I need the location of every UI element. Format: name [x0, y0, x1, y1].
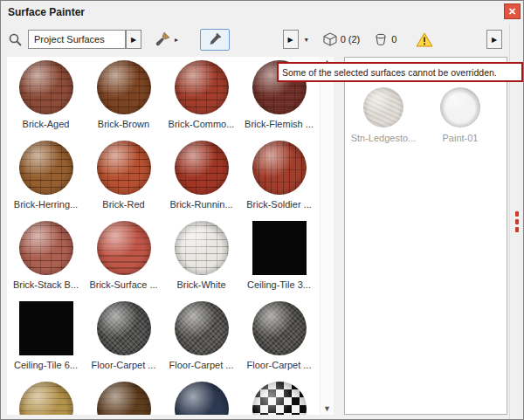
surface-painter-window: Surface Painter ✕ Project Surfaces ▶ [0, 0, 524, 420]
material-swatch [19, 221, 73, 275]
toolbar: Project Surfaces ▶ ▸ [1, 24, 509, 55]
override-material-label: Stn-Ledgesto... [351, 133, 417, 143]
material-swatch [175, 141, 229, 195]
material-label: Brick-Red [102, 199, 144, 210]
material-label: Brick-Flemish ... [245, 119, 314, 129]
material-item[interactable]: Brick-Soldier ... [240, 137, 318, 217]
material-item[interactable]: Brick-Commo... [162, 57, 240, 137]
material-label: Brick-Stack B... [13, 279, 79, 290]
paint-tool-dropdown-icon[interactable]: ▸ [174, 36, 179, 44]
material-swatch [363, 87, 403, 127]
surface-set-combo[interactable]: Project Surfaces ▶ [28, 30, 141, 49]
material-label: Brick-Aged [23, 119, 70, 129]
painted-count-text: 0 [391, 34, 396, 45]
materials-scrollbar[interactable]: ▲ ▼ [321, 57, 334, 415]
material-item[interactable]: Brick-Aged [7, 57, 85, 137]
material-swatch [97, 301, 151, 355]
material-swatch [252, 301, 307, 355]
material-item[interactable]: Floor-Carpet ... [162, 298, 240, 378]
material-swatch [252, 141, 307, 195]
material-item[interactable] [7, 378, 85, 415]
list-options-dropdown[interactable]: ▾ [304, 36, 309, 44]
material-item[interactable] [240, 378, 318, 415]
material-label: Floor-Carpet ... [169, 360, 234, 370]
material-swatch [97, 60, 151, 114]
material-item[interactable] [162, 378, 240, 415]
palette-grip-dot [515, 211, 519, 217]
material-item[interactable]: Paint-01 [422, 84, 499, 159]
material-label: Floor-Carpet ... [92, 360, 156, 370]
right-arrow-icon: ▶ [492, 36, 497, 44]
material-label: Brick-Herring... [14, 199, 78, 210]
override-surfaces-panel: Stn-Ledgesto...Paint-01 [344, 57, 507, 415]
scroll-down-icon[interactable]: ▼ [323, 405, 331, 413]
material-item[interactable]: Brick-Stack B... [7, 217, 85, 298]
right-arrow-icon: ▶ [288, 36, 293, 44]
materials-grid: Brick-AgedBrick-BrownBrick-Commo...Brick… [7, 57, 320, 415]
material-swatch [97, 382, 151, 415]
material-item[interactable]: Brick-Surface ... [85, 217, 162, 298]
material-swatch [175, 60, 229, 114]
material-item[interactable]: Brick-Red [85, 137, 162, 217]
surface-set-dropdown-button[interactable]: ▶ [126, 30, 141, 49]
material-label: Ceiling-Tile 6... [14, 360, 78, 370]
material-item[interactable]: Brick-Runnin... [162, 137, 240, 217]
material-swatch [19, 382, 73, 415]
window-title: Surface Painter [8, 6, 85, 18]
paint-brush-icon [154, 31, 170, 47]
material-item[interactable]: Stn-Ledgesto... [345, 84, 422, 159]
material-swatch [440, 87, 480, 127]
material-label: Ceiling-Tile 3... [247, 279, 311, 290]
expand-left-panel-button[interactable]: ▶ [283, 30, 299, 49]
surface-set-value[interactable]: Project Surfaces [28, 30, 126, 49]
material-item[interactable]: Brick-Brown [85, 57, 162, 137]
painted-surfaces-counter: 0 [374, 33, 396, 46]
material-swatch [97, 141, 151, 195]
palette-grip-dot [515, 219, 519, 224]
material-item[interactable]: Ceiling-Tile 3... [240, 217, 318, 298]
cannot-override-tooltip: Some of the selected surfaces cannot be … [277, 62, 523, 82]
material-swatch [175, 301, 229, 355]
cube-icon [323, 32, 337, 46]
material-item[interactable]: Floor-Carpet ... [240, 298, 318, 378]
material-swatch [175, 221, 229, 275]
material-swatch [175, 382, 229, 415]
search-icon [8, 32, 23, 47]
material-swatch [19, 60, 73, 114]
material-swatch [252, 382, 307, 415]
close-icon: ✕ [508, 6, 516, 17]
titlebar[interactable]: Surface Painter [1, 1, 523, 24]
material-swatch [252, 221, 307, 275]
material-label: Brick-Commo... [169, 119, 235, 129]
material-item[interactable]: Brick-Herring... [7, 137, 85, 217]
warning-icon[interactable] [416, 32, 433, 47]
material-label: Brick-Soldier ... [246, 199, 312, 210]
material-label: Brick-White [176, 279, 225, 290]
material-label: Floor-Carpet ... [247, 360, 312, 370]
expand-right-panel-button[interactable]: ▶ [486, 30, 502, 49]
material-label: Brick-Brown [98, 119, 149, 129]
material-item[interactable]: Brick-White [162, 217, 240, 298]
paint-bucket-icon [374, 33, 388, 46]
override-material-label: Paint-01 [443, 133, 479, 143]
paint-tool-button[interactable]: ▸ [154, 31, 179, 47]
eyedropper-icon [208, 32, 222, 46]
right-arrow-icon: ▶ [131, 36, 136, 44]
pick-surface-button[interactable] [200, 29, 230, 51]
material-label: Brick-Surface ... [89, 279, 157, 290]
materials-grid-wrap: Brick-AgedBrick-BrownBrick-Commo...Brick… [7, 57, 320, 415]
selected-elements-counter: 0 (2) [323, 32, 361, 46]
material-item[interactable]: Ceiling-Tile 6... [7, 298, 85, 378]
palette-grip-dot [515, 227, 519, 232]
material-item[interactable]: Floor-Carpet ... [85, 298, 162, 378]
palette-dock-strip[interactable] [509, 24, 523, 419]
material-swatch [19, 141, 73, 195]
material-label: Brick-Runnin... [169, 199, 232, 210]
material-item[interactable] [85, 378, 162, 415]
material-swatch [97, 221, 151, 275]
close-button[interactable]: ✕ [504, 3, 521, 19]
tooltip-text: Some of the selected surfaces cannot be … [282, 67, 497, 78]
material-swatch [19, 301, 73, 355]
selected-count-text: 0 (2) [341, 34, 361, 45]
